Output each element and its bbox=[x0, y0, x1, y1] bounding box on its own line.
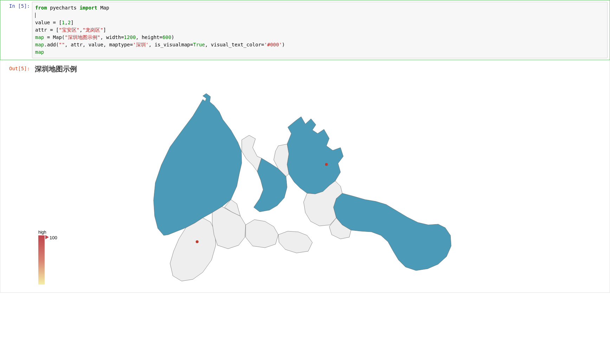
str-literal: "" bbox=[59, 42, 65, 47]
text-cursor bbox=[35, 13, 35, 18]
str-literal: '#000' bbox=[264, 42, 282, 47]
str-literal: "深圳地图示例" bbox=[65, 34, 100, 40]
code-text: .add( bbox=[44, 42, 59, 47]
map-marker-baoan[interactable] bbox=[196, 240, 199, 243]
var-map: map bbox=[35, 42, 44, 47]
code-text: = Map( bbox=[44, 34, 65, 40]
visualmap[interactable]: high 100 bbox=[38, 230, 57, 285]
input-prompt-area: In [5]: bbox=[0, 0, 32, 60]
output-area: 深圳地图示例 bbox=[32, 63, 610, 290]
code-text: , visual_text_color= bbox=[205, 42, 264, 47]
visualmap-high-label: high bbox=[38, 230, 57, 235]
num-literal: 2 bbox=[68, 20, 71, 25]
str-literal: "宝安区" bbox=[59, 27, 79, 33]
code-text: , width= bbox=[100, 34, 124, 40]
code-text: , bbox=[79, 27, 82, 33]
var-map: map bbox=[35, 49, 44, 55]
chart-title: 深圳地图示例 bbox=[35, 64, 607, 74]
kw-import: import bbox=[79, 5, 97, 11]
code-editor[interactable]: from pyecharts import Map value = [1,2] … bbox=[32, 2, 608, 58]
code-text: value = [ bbox=[35, 20, 62, 25]
code-text: attr = [ bbox=[35, 27, 59, 33]
code-cell: In [5]: from pyecharts import Map value … bbox=[0, 0, 610, 60]
input-prompt-label: In [5]: bbox=[9, 3, 30, 9]
code-text: , height= bbox=[136, 34, 162, 40]
num-literal: 1200 bbox=[124, 34, 136, 40]
visualmap-handle-icon[interactable] bbox=[45, 235, 49, 239]
code-text: ) bbox=[171, 34, 174, 40]
code-text: Map bbox=[97, 5, 109, 11]
str-literal: "龙岗区" bbox=[83, 27, 103, 33]
district-longgang-e[interactable] bbox=[333, 193, 451, 271]
output-prompt-label: Out[5]: bbox=[9, 66, 30, 71]
num-literal: 600 bbox=[162, 34, 171, 40]
district-luohu[interactable] bbox=[246, 220, 278, 248]
map-svg bbox=[35, 77, 456, 288]
visualmap-max-value: 100 bbox=[50, 235, 57, 240]
code-text: , attr, value, maptype= bbox=[65, 42, 133, 47]
code-text: pyecharts bbox=[47, 5, 80, 11]
var-map: map bbox=[35, 34, 44, 40]
str-literal: '深圳' bbox=[133, 42, 149, 47]
kw-from: from bbox=[35, 5, 47, 11]
district-guangming[interactable] bbox=[242, 135, 261, 171]
bool-literal: True bbox=[193, 42, 205, 47]
map-chart[interactable]: high 100 bbox=[35, 77, 456, 288]
district-yantian[interactable] bbox=[278, 231, 312, 253]
visualmap-gradient-bar[interactable] bbox=[38, 235, 45, 285]
district-futian[interactable] bbox=[212, 207, 246, 249]
code-text: ] bbox=[103, 27, 106, 33]
output-cell: Out[5]: 深圳地图示例 bbox=[0, 60, 610, 293]
code-text: , is_visualmap= bbox=[149, 42, 193, 47]
map-marker-longgang[interactable] bbox=[325, 163, 328, 166]
code-text: ) bbox=[282, 42, 285, 47]
output-prompt-area: Out[5]: bbox=[0, 63, 32, 290]
code-text: ] bbox=[71, 20, 73, 25]
code-text: , bbox=[65, 20, 67, 25]
